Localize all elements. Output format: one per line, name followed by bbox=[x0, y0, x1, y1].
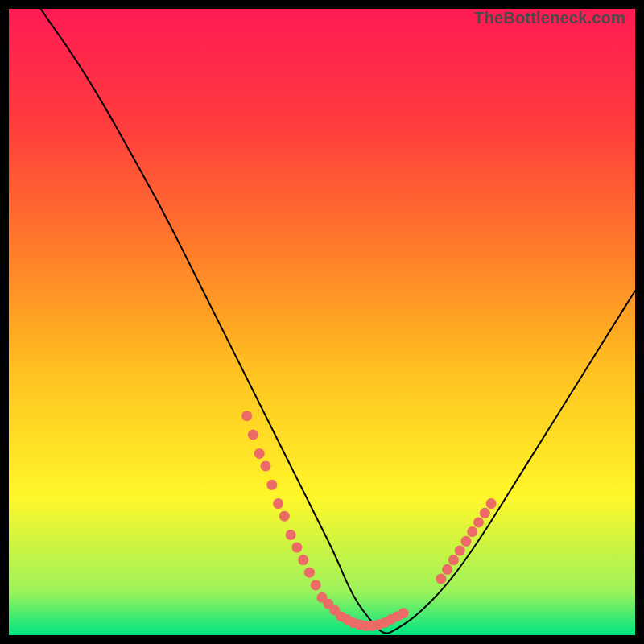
chart-canvas: TheBottleneck.com bbox=[0, 0, 644, 644]
watermark-text: TheBottleneck.com bbox=[474, 9, 625, 27]
plot-area: TheBottleneck.com bbox=[9, 9, 635, 635]
svg-rect-0 bbox=[9, 9, 635, 635]
gradient-background bbox=[9, 9, 635, 635]
